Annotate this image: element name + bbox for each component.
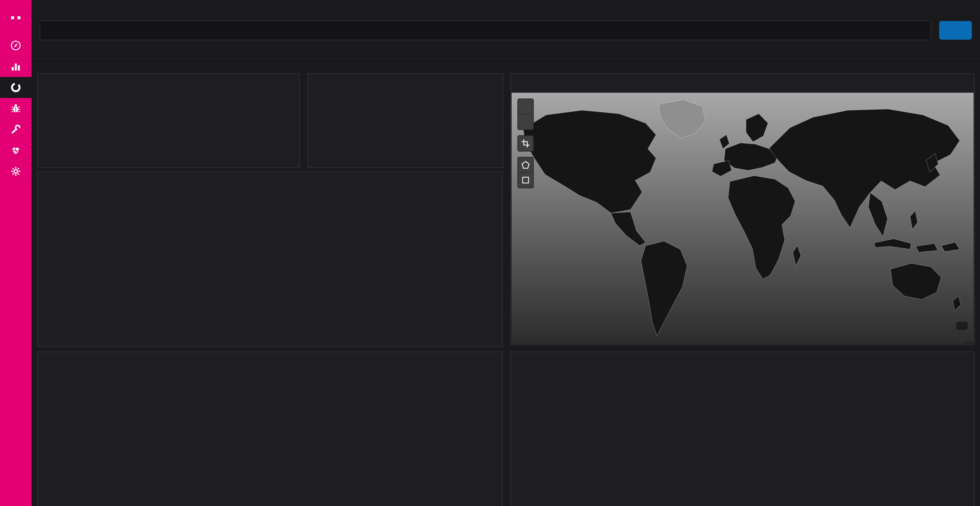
sidebar-item-settings[interactable] [0,161,32,182]
wrench-icon [10,124,22,135]
panel-attacks-by-country-histogram [511,352,975,506]
protocols-bar-chart[interactable] [43,370,406,506]
app-window [0,0,980,506]
map-zoom-out-button[interactable] [518,114,533,129]
filter-bar [32,44,980,62]
map-draw-polygon-button[interactable] [518,157,533,173]
time-range-picker[interactable] [959,5,962,13]
refresh-button[interactable] [939,21,972,40]
topbar-actions [897,5,972,13]
map-draw-rect-button[interactable] [518,173,533,188]
bug-icon [10,103,22,114]
compass-icon [10,40,22,51]
panel-title [308,74,503,81]
attacks-line-chart[interactable] [43,189,406,329]
panel-title [511,352,974,359]
world-map [512,93,974,344]
panel-heralding-attacks-histogram [37,171,503,347]
panel-heralding-attacks-bar [37,73,300,168]
map-fit-data-button[interactable] [518,136,533,151]
rectangle-icon [522,176,530,184]
heart-pulse-icon [10,144,22,156]
sidebar-item-visualize[interactable] [0,56,32,77]
panel-title [38,352,502,359]
search-input[interactable] [51,25,920,35]
gauge-donut-icon [10,82,22,93]
sidebar-item-health[interactable] [0,140,32,161]
auto-refresh-button[interactable] [936,5,939,13]
map-attribution [964,342,974,344]
top-navbar [32,0,980,17]
attacks-bar-chart[interactable] [41,94,216,163]
bar-chart-icon [10,60,22,72]
panel-title [38,172,502,179]
map-zoom-in-button[interactable] [518,99,533,114]
logo-dot-left [11,16,14,19]
query-bar [32,17,980,44]
panel-heralding-attacks-metric [307,73,503,168]
telekom-logo [0,0,32,35]
sidebar-item-discover[interactable] [0,35,32,56]
panel-title [38,74,299,81]
gear-icon [10,165,22,177]
sidebar-item-security[interactable] [0,98,32,119]
main-content [32,0,980,506]
panel-heralding-attack-map [511,73,975,345]
metric-group [308,101,503,103]
country-area-chart[interactable] [515,370,878,506]
search-box[interactable] [40,21,931,40]
panel-title [511,74,974,81]
sidebar-item-tools[interactable] [0,119,32,140]
sidebar-item-dashboard[interactable] [0,77,32,98]
add-filter-link[interactable] [40,47,42,56]
app-sidebar [0,0,32,506]
crop-icon [522,139,530,148]
map-canvas[interactable] [512,93,974,344]
map-controls [517,98,534,188]
panel-heralding-protocols-histogram [37,352,503,506]
polygon-icon [522,160,530,169]
logo-dot-right [18,16,21,19]
map-count-legend [956,322,968,330]
